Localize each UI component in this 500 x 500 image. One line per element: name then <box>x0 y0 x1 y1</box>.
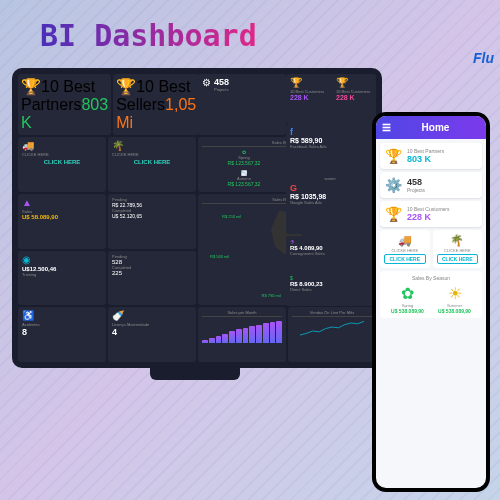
brand-label: Flu <box>473 50 494 66</box>
facebook-icon: f <box>290 127 372 137</box>
phone-click-2[interactable]: 🌴CLICKE HERECLICK HERE <box>433 230 483 268</box>
trophy-icon: 🏆 <box>116 78 136 95</box>
online-chart[interactable]: Vendas On Line Por Mês <box>288 307 376 362</box>
desktop-stand <box>150 364 240 380</box>
tree-icon: 🌴 <box>437 234 479 247</box>
wheelchair-icon: ♿ <box>22 310 102 321</box>
training-card[interactable]: ◉U$12.500,46Training <box>18 251 106 306</box>
google-icon: G <box>290 183 372 193</box>
trophy-icon: 🏆 <box>336 77 372 88</box>
trophy-icon: 🏆 <box>385 148 402 164</box>
truck-icon: 🚚 <box>22 140 102 151</box>
phone-projects[interactable]: ⚙️458Projects <box>380 172 482 198</box>
sun-icon: ☀ <box>448 285 462 302</box>
menu-icon[interactable]: ☰ <box>382 122 391 133</box>
phone-header: ☰Home <box>376 116 486 139</box>
monthly-chart[interactable]: Sales per Month <box>198 307 286 362</box>
sellers-card[interactable]: 🏆10 Best Sellers1,05 Mi <box>113 74 199 135</box>
phone-click-1[interactable]: 🚚CLICKE HERECLICK HERE <box>380 230 430 268</box>
customers-card-2[interactable]: 🏆10 Best Customers228 K <box>332 74 376 124</box>
gear-icon: ⚙ <box>202 77 211 91</box>
google-card[interactable]: GR$ 1035,98Google Sales Ads <box>286 180 376 234</box>
leaf-icon: 📉 <box>241 170 247 176</box>
trophy-icon: 🏆 <box>21 78 41 95</box>
flower-icon: ✿ <box>401 285 414 302</box>
partners-card[interactable]: 🏆10 Best Partners803 K <box>18 74 111 135</box>
customers-card-1[interactable]: 🏆10 Best Customers228 K <box>286 74 330 124</box>
fb-card[interactable]: fR$ 589,90Facebook Sales Ads <box>286 124 376 178</box>
chart-icon: ▲ <box>22 197 102 208</box>
sales-card-1[interactable]: ▲SalesU$ 58.089,90 <box>18 194 106 249</box>
truck-icon: 🚚 <box>384 234 426 247</box>
gear-icon: ⚙️ <box>385 177 402 193</box>
page-title: BI Dashboard <box>40 18 257 53</box>
accidents-card[interactable]: ♿Acidentes8 <box>18 307 106 362</box>
consign-card[interactable]: ⚗R$ 4.089,90Consignment Sales <box>286 236 376 270</box>
trophy-icon: 🏆 <box>290 77 326 88</box>
baby-icon: 🍼 <box>112 310 192 321</box>
click-card-2[interactable]: 🌴CLICKE HERECLICK HERE <box>108 137 196 192</box>
phone-season[interactable]: Sales By Season✿SpringU$ 538.089,90☀Summ… <box>380 271 482 318</box>
training-status[interactable]: Pending528Completed225 <box>108 251 196 306</box>
phone-mockup: ☰Home 🏆10 Best Partners803 K ⚙️458Projec… <box>372 112 490 492</box>
phone-customers[interactable]: 🏆10 Best Customers228 K <box>380 201 482 227</box>
money-icon: ◉ <box>22 254 102 265</box>
maternity-card[interactable]: 🍼Licença Maternidade4 <box>108 307 196 362</box>
click-card-1[interactable]: 🚚CLICKE HERECLICK HERE <box>18 137 106 192</box>
direct-card[interactable]: $R$ 8.900,23Direct Sales <box>286 272 376 306</box>
phone-partners[interactable]: 🏆10 Best Partners803 K <box>380 143 482 169</box>
tree-icon: 🌴 <box>112 140 192 151</box>
sales-card-2[interactable]: PendingR$ 22.789,56CompletedU$ 52.120,65 <box>108 194 196 249</box>
projects-card[interactable]: ⚙458Projects <box>198 74 286 135</box>
trophy-icon: 🏆 <box>385 206 402 222</box>
